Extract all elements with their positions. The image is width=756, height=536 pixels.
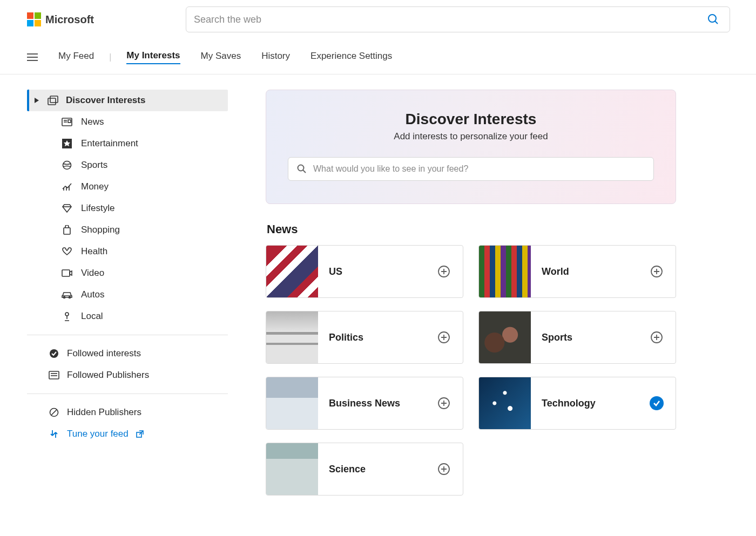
svg-point-14 — [63, 161, 71, 169]
sidebar-item-video[interactable]: Video — [62, 262, 228, 284]
sidebar-item-news[interactable]: News — [62, 111, 228, 133]
card-label: US — [318, 266, 437, 277]
hero-panel: Discover Interests Add interests to pers… — [266, 90, 676, 204]
nav-separator: | — [109, 52, 111, 62]
sidebar-hidden-publishers[interactable]: Hidden Publishers — [27, 402, 228, 423]
video-icon — [62, 268, 72, 279]
nav-my-interests[interactable]: My Interests — [126, 50, 180, 64]
interest-card-politics[interactable]: Politics — [266, 311, 463, 364]
card-label: Sports — [531, 332, 650, 343]
svg-line-34 — [303, 170, 306, 173]
interest-card-technology[interactable]: Technology — [478, 377, 676, 430]
sidebar-followed-interests[interactable]: Followed interests — [27, 343, 228, 364]
hamburger-icon — [27, 53, 38, 62]
nav-my-saves[interactable]: My Saves — [201, 51, 241, 64]
sidebar-item-label: Health — [81, 246, 107, 257]
add-button[interactable] — [437, 330, 451, 344]
svg-marker-5 — [35, 98, 39, 103]
sidebar-link-label: Hidden Publishers — [67, 407, 141, 418]
sidebar-item-label: Video — [81, 268, 104, 279]
sidebar-item-autos[interactable]: Autos — [62, 284, 228, 306]
header: Microsoft — [0, 0, 756, 39]
sidebar-divider — [27, 393, 228, 394]
svg-point-33 — [298, 165, 304, 171]
nav-row: My Feed | My Interests My Saves History … — [0, 39, 756, 74]
card-thumbnail — [266, 443, 318, 495]
sidebar-item-label: Entertainment — [81, 138, 138, 149]
tune-icon — [49, 429, 59, 439]
sidebar-followed-publishers[interactable]: Followed Publishers — [27, 364, 228, 386]
plus-circle-icon — [437, 397, 450, 410]
star-icon — [62, 138, 72, 149]
hero-title: Discover Interests — [288, 111, 654, 128]
card-label: World — [531, 266, 650, 277]
sidebar-link-label: Tune your feed — [67, 429, 129, 439]
card-thumbnail — [266, 311, 318, 363]
chart-icon — [62, 181, 72, 192]
sidebar-item-lifestyle[interactable]: Lifestyle — [62, 198, 228, 219]
svg-rect-6 — [48, 98, 56, 105]
sidebar-item-entertainment[interactable]: Entertainment — [62, 133, 228, 154]
nav-experience-settings[interactable]: Experience Settings — [310, 51, 392, 64]
sidebar-item-local[interactable]: Local — [62, 306, 228, 327]
sidebar-discover-interests[interactable]: Discover Interests — [27, 90, 228, 111]
pin-icon — [62, 311, 72, 322]
menu-button[interactable] — [27, 53, 38, 62]
sidebar-divider — [27, 335, 228, 335]
search-icon — [707, 13, 720, 26]
card-label: Technology — [531, 398, 650, 409]
add-button[interactable] — [437, 462, 451, 476]
heart-icon — [62, 246, 72, 257]
sidebar-item-shopping[interactable]: Shopping — [62, 219, 228, 241]
svg-rect-20 — [64, 228, 70, 234]
main-content: Discover Interests Add interests to pers… — [266, 90, 676, 496]
interest-card-business[interactable]: Business News — [266, 377, 463, 430]
interest-card-us[interactable]: US — [266, 245, 463, 298]
sidebar-item-money[interactable]: Money — [62, 176, 228, 198]
news-icon — [62, 117, 72, 127]
added-button[interactable] — [650, 396, 664, 410]
search-box[interactable] — [186, 6, 730, 32]
sidebar-link-label: Followed interests — [67, 348, 141, 359]
svg-rect-11 — [68, 120, 71, 123]
brand-name: Microsoft — [45, 13, 94, 26]
interest-card-world[interactable]: World — [478, 245, 676, 298]
search-button[interactable] — [705, 11, 722, 28]
card-thumbnail — [266, 377, 318, 429]
plus-circle-icon — [437, 331, 450, 344]
card-label: Business News — [318, 398, 437, 409]
car-icon — [62, 289, 72, 300]
add-button[interactable] — [650, 264, 664, 279]
cards-icon — [48, 95, 58, 106]
add-button[interactable] — [650, 330, 664, 344]
svg-line-31 — [51, 410, 57, 415]
interest-card-science[interactable]: Science — [266, 443, 463, 496]
microsoft-logo-icon — [27, 12, 41, 26]
card-thumbnail — [266, 246, 318, 297]
sidebar-item-label: Money — [81, 181, 109, 192]
brand-logo[interactable]: Microsoft — [27, 12, 94, 26]
nav-my-feed[interactable]: My Feed — [58, 51, 94, 64]
add-button[interactable] — [437, 396, 451, 410]
svg-rect-27 — [49, 371, 59, 379]
search-input[interactable] — [194, 14, 705, 25]
sidebar-item-label: Lifestyle — [81, 203, 114, 214]
plus-circle-icon — [650, 331, 663, 344]
sidebar: Discover Interests News Entertainment Sp… — [27, 90, 228, 496]
interest-search[interactable] — [288, 157, 654, 181]
sidebar-item-label: Sports — [81, 160, 107, 171]
add-button[interactable] — [437, 264, 451, 279]
svg-rect-7 — [50, 96, 58, 103]
svg-point-26 — [50, 349, 58, 358]
interest-search-input[interactable] — [313, 164, 645, 174]
svg-point-25 — [65, 313, 69, 316]
chevron-right-icon — [35, 98, 40, 103]
nav-history[interactable]: History — [261, 51, 290, 64]
sidebar-tune-your-feed[interactable]: Tune your feed — [27, 423, 228, 445]
interest-card-sports[interactable]: Sports — [478, 311, 676, 364]
ball-icon — [62, 160, 72, 171]
sidebar-item-health[interactable]: Health — [62, 241, 228, 262]
card-label: Politics — [318, 332, 437, 343]
sidebar-item-sports[interactable]: Sports — [62, 154, 228, 176]
check-icon — [652, 399, 661, 408]
